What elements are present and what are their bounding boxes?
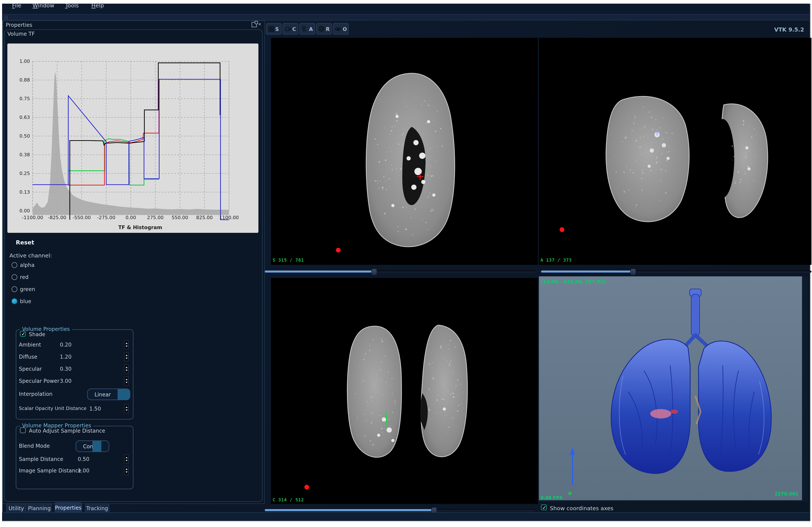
toolbar-button-letter: S [275,26,279,32]
svg-text:825.00: 825.00 [196,215,213,220]
menu-help[interactable]: Help [91,2,104,8]
coronal-slice-label: C 314 / 512 [273,497,304,502]
blend-mode-label: Blend Mode [19,443,50,449]
toolbar-grip-handle[interactable] [5,16,8,19]
toolbar-button-camera[interactable]: C [282,23,298,34]
menu-bar [2,4,809,15]
toolbar-button-letter: O [343,26,347,32]
eye-icon [335,26,342,32]
axial-ct-image [539,38,812,265]
tab-properties[interactable]: Properties [55,502,82,512]
radio-red[interactable] [12,274,17,280]
radio-green[interactable] [12,286,17,292]
coronal-viewport[interactable]: C 314 / 512 [271,278,538,504]
interpolation-label: Interpolation [19,391,53,397]
float-panel-icon[interactable] [251,22,257,27]
grid-layout-icon [269,26,274,32]
svg-text:0.13: 0.13 [19,189,30,195]
ambient-stepper[interactable] [124,340,129,349]
tf-histogram-chart[interactable]: 0.000.130.250.380.500.630.750.881.00-110… [8,44,259,233]
red-point-marker [336,248,340,253]
svg-text:1.00: 1.00 [19,59,30,64]
svg-text:-275.00: -275.00 [97,215,115,220]
shade-checkbox[interactable] [20,331,26,337]
app-window: File Window Tools Help Properties ✕ Volu… [0,0,812,527]
sagittal-slice-label: S 315 / 781 [273,257,304,263]
tool-strip [2,15,809,20]
svg-text:0.00: 0.00 [19,208,30,213]
specular-stepper[interactable] [124,364,129,373]
toolbar-button-action[interactable]: A [299,23,315,34]
toolbar-button-slices[interactable]: S [266,23,281,34]
radio-blue[interactable] [12,298,17,304]
interpolation-value: Linear [88,389,118,400]
ambient-value: 0.20 [60,342,72,348]
diffuse-label: Diffuse [19,354,37,360]
panel-title: Properties [6,22,32,28]
tab-planning[interactable]: Planning [27,503,52,512]
dropdown-arrow-cap [92,441,101,452]
image-sample-distance-label: Image Sample Distance [19,468,81,473]
blend-mode-value: Com [76,441,92,452]
interpolation-dropdown[interactable]: Linear [87,389,130,400]
auto-adjust-label: Auto Adjust Sample Distance [29,428,105,434]
volume-mapper-properties-title: Volume Mapper Properties [20,423,93,428]
axial-viewport[interactable]: A 137 / 373 [539,38,812,265]
specular-value: 0.30 [60,366,72,372]
show-axes-label: Show coordinates axes [550,505,613,511]
tab-label: Properties [55,505,82,511]
volume-3d-render-area[interactable]: [13.00, -672.80, 257.92] 9.88 FPS [270.0… [539,276,802,500]
image-sample-distance-value: 1.00 [78,468,89,473]
sagittal-slice-slider[interactable] [265,268,535,276]
scalar-opacity-stepper[interactable] [124,404,129,413]
volume-properties-title: Volume Properties [20,326,72,332]
tab-utility[interactable]: Utility [6,503,26,512]
blend-mode-dropdown[interactable]: Com [76,440,109,452]
svg-text:0.63: 0.63 [19,115,30,120]
image-sample-distance-stepper[interactable] [124,466,129,475]
axial-slice-slider[interactable] [541,268,811,276]
camera-icon [285,26,291,32]
svg-text:TF & Histogram: TF & Histogram [118,225,162,230]
toolbar-button-opacity[interactable]: O [333,23,349,34]
radio-green-label: green [20,286,35,292]
svg-text:0.88: 0.88 [19,77,30,83]
slider-fill [265,509,434,511]
sagittal-viewport[interactable]: S 315 / 781 [271,38,538,265]
sample-distance-stepper[interactable] [124,455,129,464]
volume-3d-viewport[interactable]: [13.00, -672.80, 257.92] 9.88 FPS [270.0… [539,276,808,502]
diffuse-stepper[interactable] [124,352,129,361]
picked-position-label: [13.00, -672.80, 257.92] [541,279,606,284]
toolbar-button-render[interactable]: R [316,23,332,34]
scalar-opacity-label: Scalar Opacity Unit Distance [19,406,87,411]
toolbar-button-letter: R [326,26,330,32]
svg-text:0.50: 0.50 [19,133,30,139]
radio-red-label: red [20,274,29,280]
radio-alpha[interactable] [12,262,17,268]
menu-window[interactable]: Window [32,2,54,8]
lungs-3d-rendering [539,276,802,500]
axial-slice-label: A 137 / 373 [540,257,572,263]
tab-label: Utility [9,505,24,511]
specular-label: Specular [19,366,42,372]
slider-fill [265,270,374,273]
reset-button[interactable]: Reset [16,239,34,246]
svg-text:0.38: 0.38 [19,152,30,157]
tab-label: Tracking [86,505,108,511]
coronal-ct-image [271,278,538,504]
show-axes-checkbox[interactable] [541,505,547,510]
active-channel-label: Active channel: [10,252,52,258]
sample-distance-label: Sample Distance [19,456,63,462]
menu-tools[interactable]: Tools [65,2,79,8]
close-panel-icon[interactable]: ✕ [257,22,262,27]
specular-power-stepper[interactable] [124,377,129,386]
toolbar-button-letter: A [309,26,313,32]
vtk-version-label: VTK 9.5.2 [764,26,804,32]
auto-adjust-checkbox[interactable] [20,427,26,433]
menu-file[interactable]: File [12,2,21,8]
slider-handle[interactable] [371,268,377,275]
red-point-marker [560,227,564,232]
tab-tracking[interactable]: Tracking [85,503,109,512]
volume-tf-title: Volume TF [8,31,35,37]
slider-handle[interactable] [630,268,636,275]
